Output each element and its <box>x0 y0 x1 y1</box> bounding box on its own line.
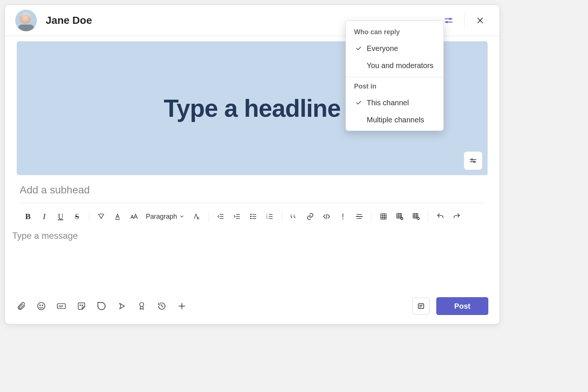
emoji-button[interactable] <box>36 301 46 311</box>
praise-icon <box>137 301 147 311</box>
reply-section-label: Who can reply <box>346 26 443 40</box>
delivery-options-popup: Who can reply Everyone You and moderator… <box>346 20 444 131</box>
author-name: Jane Doe <box>46 15 92 26</box>
svg-point-60 <box>40 305 41 306</box>
important-button[interactable] <box>335 209 351 224</box>
check-icon <box>354 45 363 52</box>
gif-button[interactable]: GIF <box>56 301 67 311</box>
format-toolbar: B I U S Paragraph 123 <box>5 207 499 226</box>
praise-button[interactable] <box>136 301 147 311</box>
post-in-this-channel[interactable]: This channel <box>346 94 443 111</box>
svg-point-22 <box>251 218 251 219</box>
svg-point-64 <box>80 305 81 306</box>
insert-table-button[interactable] <box>375 209 392 224</box>
code-snippet-button[interactable] <box>318 209 335 224</box>
svg-rect-70 <box>418 304 424 309</box>
svg-text:GIF: GIF <box>58 305 63 308</box>
schedule-button[interactable] <box>157 301 167 311</box>
reply-option-moderators[interactable]: You and moderators <box>346 57 443 74</box>
paragraph-style-button[interactable]: Paragraph <box>142 209 188 224</box>
svg-point-20 <box>251 214 251 215</box>
italic-button[interactable]: I <box>36 209 52 224</box>
post-in-section-label: Post in <box>346 80 443 94</box>
loop-button[interactable] <box>96 301 107 311</box>
footer-app-icons: GIF <box>16 301 187 311</box>
option-label: Multiple channels <box>367 116 424 124</box>
attach-button[interactable] <box>16 301 26 311</box>
highlight-button[interactable] <box>93 209 109 224</box>
header-separator <box>464 14 465 27</box>
headline-placeholder: Type a headline <box>164 94 340 122</box>
svg-rect-51 <box>413 213 418 218</box>
add-table-row-button[interactable] <box>392 209 408 224</box>
post-in-multiple-channels[interactable]: Multiple channels <box>346 111 443 128</box>
svg-point-10 <box>471 159 473 160</box>
paragraph-label: Paragraph <box>146 213 177 221</box>
svg-line-32 <box>326 214 327 219</box>
underline-button[interactable]: U <box>52 209 69 224</box>
message-body-input[interactable]: Type a message <box>12 231 485 271</box>
more-apps-button[interactable] <box>177 301 187 311</box>
svg-rect-2 <box>18 25 34 31</box>
svg-rect-43 <box>397 213 402 218</box>
stream-button[interactable] <box>116 301 127 311</box>
option-label: Everyone <box>367 44 398 53</box>
indent-button[interactable] <box>229 209 245 224</box>
plus-icon <box>177 301 187 311</box>
strikethrough-button[interactable]: S <box>69 209 85 224</box>
bold-button[interactable]: B <box>20 209 36 224</box>
bulleted-list-button[interactable] <box>245 209 261 224</box>
option-label: This channel <box>367 99 409 107</box>
svg-rect-38 <box>381 214 386 219</box>
popup-divider <box>346 77 443 77</box>
svg-point-4 <box>449 17 451 19</box>
post-button[interactable]: Post <box>436 297 488 315</box>
svg-point-12 <box>473 161 475 163</box>
clear-formatting-button[interactable] <box>188 209 205 224</box>
reply-option-everyone[interactable]: Everyone <box>346 40 443 57</box>
svg-point-59 <box>38 302 45 310</box>
svg-point-21 <box>251 216 251 217</box>
smiley-icon <box>36 301 46 311</box>
sticker-icon <box>77 301 86 311</box>
subhead-input[interactable]: Add a subhead <box>20 184 485 203</box>
delete-table-button[interactable] <box>408 209 424 224</box>
font-size-button[interactable] <box>126 209 142 224</box>
option-label: You and moderators <box>367 61 433 70</box>
sticker-button[interactable] <box>76 301 87 311</box>
link-button[interactable] <box>302 209 318 224</box>
check-icon <box>354 99 363 106</box>
svg-point-67 <box>140 302 144 306</box>
numbered-list-button[interactable]: 123 <box>261 209 278 224</box>
outdent-button[interactable] <box>212 209 229 224</box>
svg-point-34 <box>343 218 344 219</box>
collapse-compose-button[interactable] <box>412 298 430 315</box>
collapse-icon <box>417 302 425 310</box>
author-avatar[interactable] <box>15 10 37 31</box>
loop-icon <box>97 301 106 311</box>
svg-point-6 <box>446 21 448 23</box>
updates-icon <box>157 301 167 311</box>
compose-window: Jane Doe Type a headline A <box>4 4 500 324</box>
stream-icon <box>117 301 126 311</box>
redo-button[interactable] <box>449 209 465 224</box>
svg-text:3: 3 <box>266 217 267 219</box>
compose-footer: GIF Post <box>5 297 499 324</box>
undo-button[interactable] <box>432 209 449 224</box>
font-color-button[interactable] <box>109 209 126 224</box>
svg-point-61 <box>42 305 43 306</box>
divider-button[interactable] <box>351 209 367 224</box>
close-button[interactable] <box>471 12 489 29</box>
svg-point-65 <box>82 305 83 306</box>
svg-marker-66 <box>120 303 125 309</box>
quote-button[interactable] <box>286 209 302 224</box>
gif-icon: GIF <box>57 301 66 311</box>
banner-style-button[interactable] <box>464 151 482 170</box>
paperclip-icon <box>16 301 26 311</box>
chevron-down-icon <box>179 214 184 219</box>
